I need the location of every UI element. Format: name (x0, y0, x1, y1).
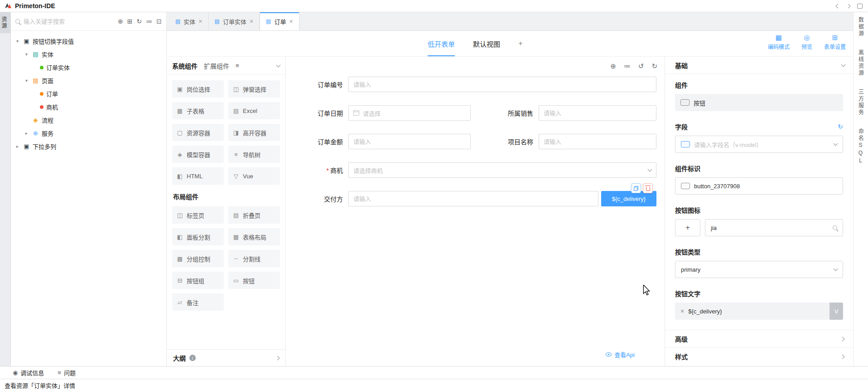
sidebar-search-row: ⊛ ⊞ ↻ ≔ ⊡ (11, 12, 166, 31)
form-settings-button[interactable]: ⊞ 表单设置 (824, 34, 846, 50)
chevron-down-icon (834, 142, 838, 146)
component-icon: ▦ (177, 108, 183, 114)
language-icon[interactable]: ⊕ (610, 63, 616, 69)
search-icon[interactable] (833, 225, 837, 230)
sales-owner-input[interactable] (539, 105, 656, 121)
panel-tab-third-party-services[interactable]: 三方服务 (857, 89, 865, 116)
remove-tag-icon[interactable]: × (680, 308, 684, 314)
component-item[interactable]: ▭按钮 (228, 272, 280, 289)
new-resource-icon[interactable]: ⊞ (127, 18, 133, 24)
component-item[interactable]: ▱备注 (172, 293, 224, 311)
copy-component-button[interactable] (631, 183, 641, 193)
variable-suffix-button[interactable]: V (829, 303, 843, 320)
tree-item-order-page[interactable]: 订单 (11, 87, 166, 100)
expander-closed-icon[interactable]: ▸ (14, 144, 20, 149)
tab-order-entity[interactable]: ▤ 订单实体 × (209, 12, 260, 30)
tree-item-root[interactable]: ▾ ▣ 按钮切换字段值 (11, 34, 166, 48)
button-icon-input[interactable] (711, 225, 829, 231)
order-amount-input[interactable] (348, 134, 471, 149)
component-item[interactable]: ≡导航树 (228, 146, 280, 163)
component-item[interactable]: ▤Excel (228, 102, 280, 119)
field-binding-select[interactable]: ··· 请输入字段名（v-model） (675, 136, 843, 153)
section-style[interactable]: 样式 (665, 347, 853, 365)
tree-item-opportunity-page[interactable]: 商机 (11, 100, 166, 113)
debug-info-button[interactable]: ◉ 调试信息 (13, 368, 44, 377)
entity-status-dot (40, 66, 43, 69)
button-type-select[interactable]: primary (675, 261, 843, 278)
close-tab-icon[interactable]: × (250, 18, 253, 24)
expander-open-icon[interactable]: ▾ (24, 52, 29, 57)
window-layout-icon[interactable] (857, 4, 863, 9)
tree-item-dropdown-multi[interactable]: ▸ ▣ 下拉多列 (11, 140, 166, 153)
tree-item-order-entity[interactable]: 订单实体 (11, 61, 166, 74)
delivery-party-input[interactable] (348, 191, 598, 206)
preview-button[interactable]: ◎ 预览 (801, 34, 812, 50)
component-item[interactable]: ◧面板分割 (172, 228, 224, 245)
button-icon-input-wrap[interactable] (705, 219, 843, 236)
component-item[interactable]: ▣岗位选择 (172, 80, 224, 98)
opportunity-select[interactable]: 请选择商机 (348, 162, 656, 178)
view-tab-lowcode-form[interactable]: 低开表单 (428, 31, 455, 56)
ai-assist-icon[interactable]: ⊛ (118, 18, 123, 24)
outline-section[interactable]: 大纲 i (167, 349, 285, 366)
component-item[interactable]: ◨高开容器 (228, 124, 280, 141)
component-item[interactable]: ◫标签页 (172, 206, 224, 224)
component-item[interactable]: ◫弹窗选择 (228, 80, 280, 98)
panel-tab-datasource[interactable]: 数据源 (857, 17, 865, 37)
section-basic[interactable]: 基础 (665, 57, 853, 74)
delivery-button-component[interactable]: ${c_delivery} (601, 191, 656, 206)
project-name-input[interactable] (539, 134, 656, 149)
component-item[interactable]: ▢资源容器 (172, 124, 224, 141)
close-tab-icon[interactable]: × (289, 18, 293, 24)
order-number-input[interactable] (348, 77, 656, 92)
nav-back-icon[interactable] (836, 4, 840, 8)
button-text-field[interactable]: × ${c_delivery} V (675, 303, 843, 320)
component-item[interactable]: ▤折叠页 (228, 206, 280, 224)
refresh-icon[interactable]: ↻ (137, 18, 142, 24)
tree-item-entity-group[interactable]: ▾ ▤ 实体 (11, 48, 166, 61)
component-item[interactable]: ▦表格布局 (228, 228, 280, 245)
palette-menu-icon[interactable]: ≡ (236, 62, 239, 69)
component-id-input[interactable]: ··· button_23707908 (675, 177, 843, 195)
component-item[interactable]: ▩分组控制 (172, 250, 224, 267)
tree-item-service[interactable]: ▸ ⊛ 服务 (11, 127, 166, 140)
palette-tab-extended[interactable]: 扩展组件 (204, 61, 229, 70)
sort-icon[interactable]: ≔ (146, 18, 152, 24)
code-mode-button[interactable]: ▦ 编码模式 (768, 34, 790, 50)
form-canvas[interactable]: ⊕ ≔ ↺ ↻ 订单编号 订单日期 (286, 57, 665, 366)
tree-item-page-group[interactable]: ▾ ▤ 页面 (11, 74, 166, 87)
plus-icon-button[interactable]: + (675, 219, 700, 236)
refresh-field-icon[interactable]: ↻ (838, 123, 843, 130)
problems-button[interactable]: ≡ 问题 (58, 368, 76, 377)
component-item[interactable]: ▦子表格 (172, 102, 224, 119)
panel-tab-named-sql[interactable]: 命名SQL (857, 128, 865, 165)
delete-component-button[interactable] (643, 183, 653, 193)
redo-icon[interactable]: ↻ (651, 63, 657, 69)
close-tab-icon[interactable]: × (198, 18, 202, 24)
view-tab-default-view[interactable]: 默认视图 (473, 31, 500, 56)
undo-icon[interactable]: ↺ (638, 63, 644, 69)
palette-collapse-icon[interactable] (276, 63, 281, 67)
outline-list-icon[interactable]: ≔ (624, 63, 631, 69)
component-item[interactable]: ◧HTML (172, 167, 224, 185)
expander-open-icon[interactable]: ▾ (24, 78, 29, 83)
palette-tab-system[interactable]: 系统组件 (172, 61, 198, 70)
panel-tab-resources[interactable]: 资源 (0, 12, 10, 33)
tab-order[interactable]: ▤ 订单 × (260, 12, 299, 30)
view-api-link[interactable]: 查看Api (606, 350, 635, 359)
component-item[interactable]: ╌分割线 (228, 250, 280, 267)
tree-item-process[interactable]: ◆ 流程 (11, 113, 166, 127)
search-input[interactable] (24, 18, 114, 25)
add-view-button[interactable]: + (518, 39, 523, 48)
nav-forward-icon[interactable] (846, 4, 851, 8)
tab-entity[interactable]: ▤ 实体 × (169, 12, 209, 30)
locate-icon[interactable]: ⊡ (156, 18, 162, 24)
section-advanced[interactable]: 高级 (665, 330, 853, 347)
expander-open-icon[interactable]: ▾ (14, 39, 20, 44)
panel-tab-offline-resources[interactable]: 离线资源 (857, 49, 865, 77)
component-item[interactable]: ◈模型容器 (172, 146, 224, 163)
component-item[interactable]: ▽Vue (228, 167, 280, 185)
order-date-picker[interactable]: 请选择 (348, 105, 471, 121)
expander-closed-icon[interactable]: ▸ (24, 131, 29, 136)
component-item[interactable]: ⊟按钮组 (172, 272, 224, 289)
